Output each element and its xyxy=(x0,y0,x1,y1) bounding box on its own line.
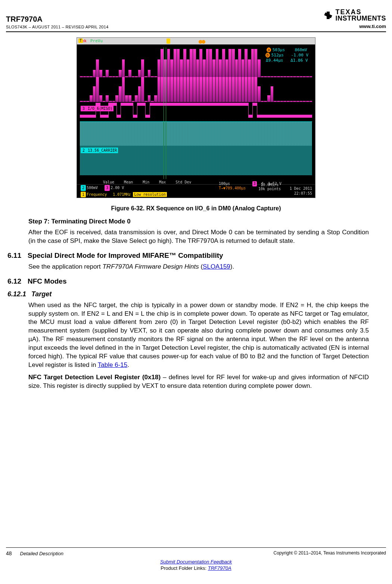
step7-paragraph: After the EOF is received, data transmis… xyxy=(28,228,369,245)
page-footer: 48 Detailed Description Copyright © 2011… xyxy=(6,547,386,572)
header-right: TEXAS INSTRUMENTS www.ti.com xyxy=(323,9,386,30)
logo-line2: INSTRUMENTS xyxy=(336,15,386,22)
v-cursor-a xyxy=(164,47,164,179)
scope-menubar xyxy=(77,38,315,44)
v-cursor-b xyxy=(166,47,166,179)
section-6-11-paragraph: See the application report TRF7970A Firm… xyxy=(28,263,369,271)
product-links-line: Product Folder Links: TRF7970A xyxy=(6,565,386,572)
cursor-readout: 503µs 860mV 512µs -1.00 V Δ9.44µs Δ1.86 … xyxy=(262,46,311,65)
page-header: TRF7970A SLOS743K – AUGUST 2011 – REVISE… xyxy=(6,9,386,32)
ch1-note: Low resolution xyxy=(133,192,167,197)
trigger-delay: T→▼709.400µs xyxy=(219,186,246,191)
doc-reference: SLOS743K – AUGUST 2011 – REVISED APRIL 2… xyxy=(6,24,109,30)
header-url: www.ti.com xyxy=(323,23,386,30)
page-number: 48 xyxy=(6,550,12,557)
page-body: Step 7: Terminating Direct Mode 0 After … xyxy=(6,217,386,390)
scope-mode: PreVu xyxy=(90,38,103,44)
trigger-marker: T xyxy=(78,38,83,43)
footer-section: Detailed Description xyxy=(20,550,63,557)
trigger-info: 3 ƒ 1.52 V xyxy=(252,181,281,186)
ch1-badge: 1 xyxy=(81,192,86,198)
section-6-12-1-heading: 6.12.1Target xyxy=(7,290,369,299)
figure-caption: Figure 6-32. RX Sequence on I/O_6 in DM0… xyxy=(6,204,386,213)
ch3-badge: 3 xyxy=(105,185,110,191)
ch2-scale: 500mV xyxy=(87,185,98,191)
ti-logo: TEXAS INSTRUMENTS xyxy=(323,9,386,22)
figure-block: Tek PreVu T xyxy=(6,37,386,213)
ch1-value: 1.071MHz xyxy=(113,192,131,197)
section-6-12-1-p1: When used as the NFC target, the chip is… xyxy=(28,301,369,370)
sloa159-link[interactable]: SLOA159 xyxy=(203,263,230,270)
section-6-12-1-p2: NFC Target Detection Level Register (0x1… xyxy=(28,373,369,390)
submit-feedback-link[interactable]: Submit Documentation Feedback xyxy=(160,559,232,565)
scope-timestamp: 1 Dec 2011 22:07:55 xyxy=(290,186,312,196)
product-name: TRF7970A xyxy=(6,14,109,24)
scope-footer: Value Mean Min Max Std Dev 2500mV 32.00 … xyxy=(77,179,315,198)
product-folder-link[interactable]: TRF7970A xyxy=(208,565,231,571)
ch2-badge: 2 xyxy=(81,185,86,191)
ch3-trace-label: 3 I/O_6(MISO) xyxy=(81,106,113,112)
section-6-12-heading: 6.12NFC Modes xyxy=(7,276,369,286)
copyright-text: Copyright © 2011–2014, Texas Instruments… xyxy=(274,550,386,557)
section-6-11-heading: 6.11Special Direct Mode for Improved MIF… xyxy=(7,251,369,260)
ch1-name: Frequency xyxy=(87,192,107,197)
cursor-marker-yellow xyxy=(167,38,170,44)
header-left: TRF7970A SLOS743K – AUGUST 2011 – REVISE… xyxy=(6,14,109,30)
ch3-scale: 2.00 V xyxy=(111,185,124,191)
step7-heading: Step 7: Terminating Direct Mode 0 xyxy=(28,217,369,226)
ch2-trace-label: 2 13.56_CARRIER xyxy=(81,148,118,154)
analog-burst-mid xyxy=(80,76,312,102)
ti-logo-icon xyxy=(323,10,333,21)
digital-miso-trace xyxy=(80,103,312,118)
oscilloscope-screenshot: Tek PreVu T xyxy=(77,37,315,198)
table-6-15-link[interactable]: Table 6-15 xyxy=(98,361,127,368)
measurement-headers: Value Mean Min Max Std Dev xyxy=(103,180,191,185)
cursor-marker-b xyxy=(202,40,205,44)
